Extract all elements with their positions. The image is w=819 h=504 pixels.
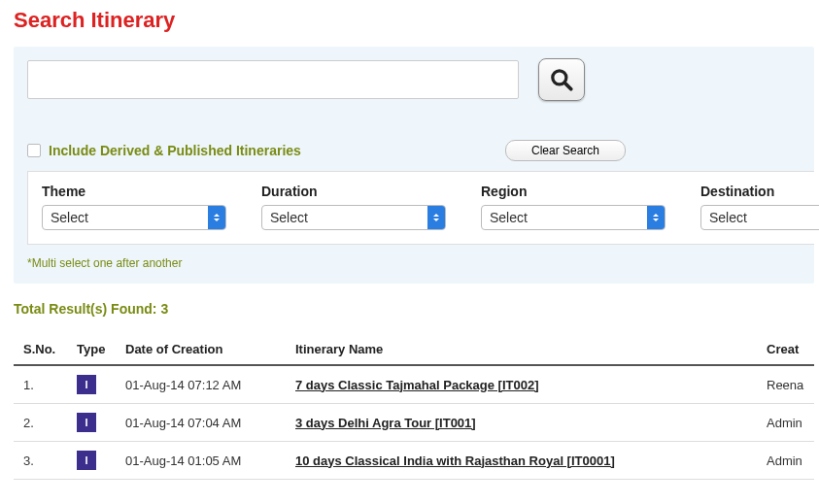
type-badge: I bbox=[77, 375, 96, 394]
filter-destination: Destination Select bbox=[700, 184, 819, 230]
cell-type: I bbox=[67, 404, 116, 442]
table-header-row: S.No. Type Date of Creation Itinerary Na… bbox=[14, 334, 814, 365]
cell-date: 01-Aug-14 07:12 AM bbox=[116, 365, 286, 404]
options-row: Include Derived & Published Itineraries … bbox=[27, 140, 814, 161]
theme-select[interactable]: Select bbox=[42, 205, 226, 230]
include-derived-label: Include Derived & Published Itineraries bbox=[49, 143, 301, 158]
itinerary-link[interactable]: 10 days Classical India with Rajasthan R… bbox=[295, 454, 615, 468]
col-type: Type bbox=[67, 334, 116, 365]
search-row bbox=[27, 58, 814, 101]
filter-theme: Theme Select bbox=[42, 184, 226, 230]
cell-date: 01-Aug-14 01:05 AM bbox=[116, 442, 286, 480]
filters-row: Theme Select Duration Select Region Sele… bbox=[27, 171, 814, 245]
clear-search-button[interactable]: Clear Search bbox=[505, 140, 626, 161]
cell-name: 10 days Classical India with Rajasthan R… bbox=[286, 442, 757, 480]
cell-sno: 3. bbox=[14, 442, 67, 480]
multi-select-hint: *Multi select one after another bbox=[27, 256, 814, 270]
destination-select-value: Select bbox=[709, 210, 747, 225]
chevron-updown-icon bbox=[208, 206, 225, 229]
col-date: Date of Creation bbox=[116, 334, 286, 365]
results-count: Total Result(s) Found: 3 bbox=[14, 301, 819, 317]
col-sno: S.No. bbox=[14, 334, 67, 365]
cell-sno: 2. bbox=[14, 404, 67, 442]
chevron-updown-icon bbox=[427, 206, 445, 229]
cell-creator: Admin bbox=[757, 404, 814, 442]
cell-creator: Admin bbox=[757, 442, 814, 480]
filter-region: Region Select bbox=[481, 184, 665, 230]
theme-select-value: Select bbox=[51, 210, 88, 225]
search-panel: Include Derived & Published Itineraries … bbox=[14, 47, 814, 284]
cell-date: 01-Aug-14 07:04 AM bbox=[116, 404, 286, 442]
cell-name: 3 days Delhi Agra Tour [IT001] bbox=[286, 404, 757, 442]
svg-line-1 bbox=[564, 83, 571, 89]
filter-theme-label: Theme bbox=[42, 184, 226, 199]
filter-region-label: Region bbox=[481, 184, 665, 199]
type-badge: I bbox=[77, 413, 96, 432]
search-button[interactable] bbox=[538, 58, 585, 101]
cell-sno: 1. bbox=[14, 365, 67, 404]
filter-duration-label: Duration bbox=[261, 184, 446, 199]
region-select[interactable]: Select bbox=[481, 205, 665, 230]
search-icon bbox=[549, 67, 574, 92]
include-derived-checkbox[interactable] bbox=[27, 144, 41, 157]
table-row: 3. I 01-Aug-14 01:05 AM 10 days Classica… bbox=[14, 442, 814, 480]
col-name: Itinerary Name bbox=[286, 334, 757, 365]
filter-duration: Duration Select bbox=[261, 184, 446, 230]
cell-name: 7 days Classic Tajmahal Package [IT002] bbox=[286, 365, 757, 404]
cell-creator: Reena bbox=[757, 365, 814, 404]
duration-select[interactable]: Select bbox=[261, 205, 446, 230]
results-table: S.No. Type Date of Creation Itinerary Na… bbox=[14, 334, 814, 480]
cell-type: I bbox=[67, 442, 116, 480]
itinerary-link[interactable]: 7 days Classic Tajmahal Package [IT002] bbox=[295, 378, 539, 392]
table-row: 2. I 01-Aug-14 07:04 AM 3 days Delhi Agr… bbox=[14, 404, 814, 442]
table-row: 1. I 01-Aug-14 07:12 AM 7 days Classic T… bbox=[14, 365, 814, 404]
type-badge: I bbox=[77, 451, 96, 470]
region-select-value: Select bbox=[490, 210, 528, 225]
page-title: Search Itinerary bbox=[14, 8, 819, 33]
chevron-updown-icon bbox=[647, 206, 665, 229]
filter-destination-label: Destination bbox=[700, 184, 819, 199]
search-input[interactable] bbox=[27, 60, 519, 99]
col-creator: Creat bbox=[757, 334, 814, 365]
cell-type: I bbox=[67, 365, 116, 404]
destination-select[interactable]: Select bbox=[700, 205, 819, 230]
duration-select-value: Select bbox=[270, 210, 308, 225]
itinerary-link[interactable]: 3 days Delhi Agra Tour [IT001] bbox=[295, 416, 476, 430]
